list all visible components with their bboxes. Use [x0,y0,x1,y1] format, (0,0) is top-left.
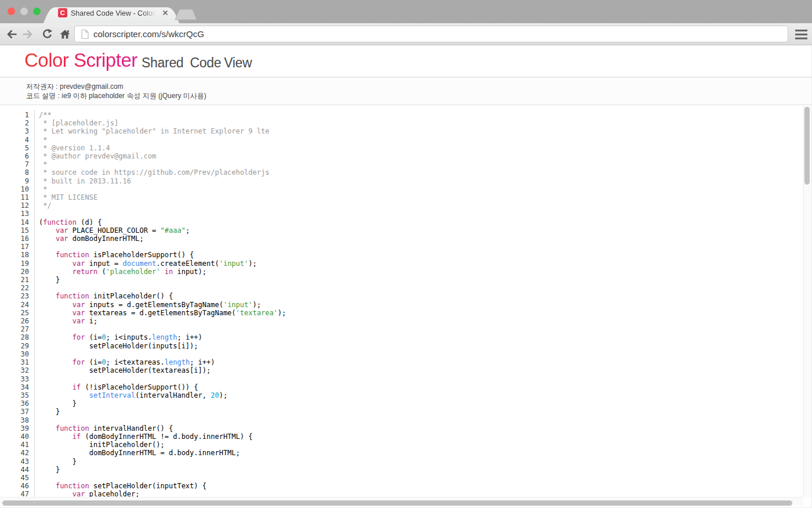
line-number: 35 [0,391,29,399]
back-button[interactable] [6,28,18,40]
line-number: 9 [0,177,29,185]
scrollbar-corner [803,497,812,506]
code-line: * [placeholder.js] [39,119,803,127]
code-line: setPlaceHolder(inputs[i]); [39,342,803,350]
code-line: for (i=0; i<textareas.length; i++) [39,358,803,366]
code-line: * [39,160,803,168]
line-number: 7 [0,160,29,168]
code-line: } [39,276,803,284]
line-number: 38 [0,416,29,424]
refresh-button[interactable] [41,28,53,40]
tab-favicon: C [58,8,67,17]
code-line: * built in 2013.11.16 [39,177,803,185]
line-number: 29 [0,342,29,350]
line-number: 20 [0,268,29,276]
line-number: 31 [0,358,29,366]
code-line: var i; [39,317,803,325]
line-number: 46 [0,482,29,490]
code-line: for (i=0; i<inputs.length; i++) [39,333,803,341]
code-content: /** * [placeholder.js] * Let working "pl… [35,106,803,497]
line-number: 8 [0,168,29,176]
window-bottom-edge [0,506,812,508]
code-viewer: 1234567891011121314151617181920212223242… [0,106,803,497]
code-line: return ('placeholder' in input); [39,268,803,276]
line-number: 39 [0,424,29,433]
code-line: setPlaceHolder(textareas[i]); [39,366,803,374]
line-number: 37 [0,408,29,416]
line-number: 34 [0,383,29,391]
code-line: * [39,185,803,193]
code-line: setInterval(intervalHandler, 20); [39,391,803,399]
line-number: 28 [0,333,29,341]
line-number: 6 [0,152,29,160]
code-line: } [39,466,803,474]
line-number: 21 [0,276,29,284]
code-line: initPlaceholder(); [39,441,803,449]
line-number: 47 [0,490,29,497]
code-line: function isPlaceholderSupport() { [39,251,803,259]
new-tab-button[interactable] [175,9,197,20]
url-text[interactable]: colorscripter.com/s/wkcrQcG [93,26,204,42]
author-line: 저작권자 : prevdev@gmail.com [26,82,812,92]
code-line: } [39,457,803,466]
page-icon [80,29,90,39]
line-number: 36 [0,399,29,408]
line-number: 42 [0,449,29,457]
forward-button[interactable] [21,28,33,40]
line-number: 43 [0,457,29,466]
line-number: 26 [0,317,29,325]
line-number: 16 [0,235,29,243]
line-number: 4 [0,136,29,144]
tab-bar: C Shared Code View - Color Scripter [0,0,812,23]
line-number: 13 [0,210,29,218]
line-number: 40 [0,433,29,441]
line-number: 2 [0,119,29,127]
address-bar[interactable]: colorscripter.com/s/wkcrQcG [74,26,788,42]
code-line [39,350,803,358]
code-line: * [39,136,803,144]
line-number: 33 [0,375,29,383]
code-line: * source code in https://github.com/Prev… [39,168,803,176]
code-line: /** [39,111,803,119]
line-numbers: 1234567891011121314151617181920212223242… [0,106,29,497]
code-line: function intervalHandler() { [39,424,803,433]
line-number: 19 [0,260,29,268]
code-line: var placeholder; [39,490,803,497]
line-number: 24 [0,301,29,309]
code-line: * Let working "placeholder" in Internet … [39,127,803,135]
line-number: 32 [0,366,29,374]
site-logo[interactable]: Color Scripter [24,49,137,71]
code-line: * @version 1.1.4 [39,144,803,152]
home-button[interactable] [59,28,71,40]
code-line: * @author prevdev@gmail.com [39,152,803,160]
line-number: 15 [0,226,29,235]
code-line [39,416,803,424]
line-number: 12 [0,201,29,210]
vertical-scrollbar-thumb[interactable] [804,107,810,185]
tab-close-icon[interactable] [162,9,169,16]
code-line [39,210,803,218]
code-line: } [39,408,803,416]
code-line [39,284,803,292]
line-number: 27 [0,325,29,333]
code-line: var input = document.createElement('inpu… [39,260,803,268]
menu-button[interactable] [795,30,807,39]
code-line: */ [39,201,803,210]
code-line: } [39,399,803,408]
line-number: 3 [0,127,29,135]
code-line [39,243,803,251]
browser-toolbar: colorscripter.com/s/wkcrQcG [0,23,812,45]
code-line: var domBodyInnerHTML; [39,235,803,243]
code-line: var inputs = d.getElementsByTagName('inp… [39,301,803,309]
line-number: 44 [0,466,29,474]
code-line: function initPlaceholder() { [39,292,803,300]
tab-title: Shared Code View - Color Scripter [71,9,158,18]
line-number: 30 [0,350,29,358]
code-line: (function (d) { [39,218,803,226]
code-line: domBodyInnerHTML = d.body.innerHTML; [39,449,803,457]
line-number: 14 [0,218,29,226]
page-title: SharedCodeView [142,55,252,71]
horizontal-scrollbar-thumb[interactable] [2,500,792,506]
description-line: 코드 설명 : ie9 이하 placeholder 속성 지원 (jQuery… [26,92,812,101]
line-number: 10 [0,185,29,193]
